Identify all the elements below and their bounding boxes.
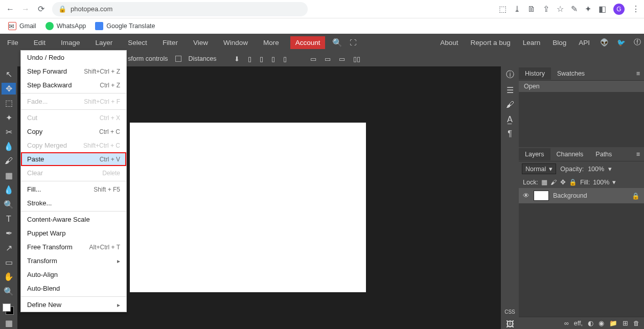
lock-move-icon[interactable]: ✥ xyxy=(560,178,566,186)
align-top-icon[interactable]: ▯ xyxy=(283,55,287,63)
menu-item-define-new[interactable]: Define New▸ xyxy=(21,298,126,312)
link-blog[interactable]: Blog xyxy=(550,37,568,49)
menu-item-content-aware-scale[interactable]: Content-Aware Scale xyxy=(21,213,126,226)
layer-row[interactable]: 👁 Background 🔒 xyxy=(519,188,644,203)
menu-account[interactable]: Account xyxy=(290,36,326,49)
menu-item-step-backward[interactable]: Step BackwardCtrl + Z xyxy=(21,78,126,92)
tool-pen[interactable]: ✒ xyxy=(2,228,16,239)
tool-brush[interactable]: 🖌 xyxy=(2,155,16,167)
bookmark-whatsapp[interactable]: WhatsApp xyxy=(45,22,86,30)
menu-file[interactable]: File xyxy=(3,37,22,49)
menu-more[interactable]: More xyxy=(259,37,283,49)
mask-icon[interactable]: ◐ xyxy=(588,319,593,327)
menu-item-auto-align[interactable]: Auto-Align xyxy=(21,268,126,281)
fullscreen-icon[interactable]: ⛶ xyxy=(350,39,357,46)
extensions-icon[interactable]: ✦ xyxy=(585,4,591,14)
effects-label[interactable]: eff, xyxy=(574,320,583,327)
layer-thumbnail[interactable] xyxy=(534,191,549,201)
tool-quickmask[interactable]: ▦ xyxy=(2,318,16,329)
menu-item-fill-[interactable]: Fill...Shift + F5 xyxy=(21,182,126,196)
history-menu-icon[interactable]: ≡ xyxy=(632,70,644,77)
character-icon[interactable]: A̲ xyxy=(507,114,513,124)
layers-menu-icon[interactable]: ≡ xyxy=(632,151,644,158)
link-bug[interactable]: Report a bug xyxy=(469,37,513,49)
tool-move[interactable]: ✥ xyxy=(2,83,16,94)
tool-marquee[interactable]: ⬚ xyxy=(2,98,16,109)
menu-item-free-transform[interactable]: Free TransformAlt+Ctrl + T xyxy=(21,240,126,254)
align-right-icon[interactable]: ▯ xyxy=(271,55,275,63)
menu-view[interactable]: View xyxy=(189,37,212,49)
install-icon[interactable]: ⬚ xyxy=(499,4,507,14)
distribute-2-icon[interactable]: ▭ xyxy=(325,55,331,63)
blend-mode-select[interactable]: Normal▾ xyxy=(522,163,556,174)
tool-type[interactable]: T xyxy=(2,213,16,224)
tab-channels[interactable]: Channels xyxy=(550,148,590,160)
tab-history[interactable]: History xyxy=(519,67,551,80)
reload-button[interactable]: ⟳ xyxy=(35,3,47,15)
reddit-icon[interactable]: 👽 xyxy=(600,38,609,46)
lock-brush-icon[interactable]: 🖌 xyxy=(550,179,557,186)
tool-sponge[interactable]: 🔍 xyxy=(2,199,16,210)
visibility-icon[interactable]: 👁 xyxy=(523,192,530,199)
adjustment-icon[interactable]: ◉ xyxy=(599,319,604,327)
kebab-menu-icon[interactable]: ⋮ xyxy=(632,4,640,14)
css-icon[interactable]: CSS xyxy=(504,309,515,315)
menu-item-paste[interactable]: PasteCtrl + V xyxy=(21,152,126,166)
back-button[interactable]: ← xyxy=(4,3,16,15)
menu-item-stroke-[interactable]: Stroke... xyxy=(21,196,126,210)
fill-value[interactable]: 100% xyxy=(593,179,609,186)
menu-edit[interactable]: Edit xyxy=(30,37,50,49)
search-icon[interactable]: 🔍 xyxy=(332,38,342,48)
paragraph-icon[interactable]: ¶ xyxy=(508,129,512,138)
tab-swatches[interactable]: Swatches xyxy=(551,67,591,80)
link-icon[interactable]: ∞ xyxy=(564,320,569,327)
twitter-icon[interactable]: 🐦 xyxy=(617,38,626,46)
tool-crop[interactable]: ✂ xyxy=(2,126,16,137)
info-icon[interactable]: ⓘ xyxy=(506,69,514,80)
menu-filter[interactable]: Filter xyxy=(158,37,182,49)
fill-dropdown-icon[interactable]: ▾ xyxy=(612,178,616,186)
opacity-dropdown-icon[interactable]: ▾ xyxy=(608,165,612,173)
opacity-value[interactable]: 100% xyxy=(588,166,604,173)
tool-zoom[interactable]: 🔍 xyxy=(2,286,16,297)
tool-blur[interactable]: 💧 xyxy=(2,184,16,196)
tool-wand[interactable]: ✦ xyxy=(2,112,16,123)
distribute-1-icon[interactable]: ▭ xyxy=(310,55,316,63)
menu-image[interactable]: Image xyxy=(57,37,84,49)
menu-item-step-forward[interactable]: Step ForwardShift+Ctrl + Z xyxy=(21,64,126,78)
image-icon[interactable]: 🖼 xyxy=(506,320,514,329)
tab-paths[interactable]: Paths xyxy=(589,148,618,160)
tool-gradient[interactable]: ▦ xyxy=(2,170,16,181)
tool-hand[interactable]: ✋ xyxy=(2,271,16,283)
bookmark-gmail[interactable]: ✉Gmail xyxy=(8,22,36,30)
distribute-3-icon[interactable]: ▭ xyxy=(339,55,345,63)
bookmark-star-icon[interactable]: ☆ xyxy=(557,4,564,14)
download-icon[interactable]: ⤓ xyxy=(514,4,520,14)
lock-pixels-icon[interactable]: ▦ xyxy=(541,178,547,186)
lock-all-icon[interactable]: 🔒 xyxy=(569,178,577,186)
menu-window[interactable]: Window xyxy=(219,37,252,49)
adjust-icon[interactable]: ☰ xyxy=(507,85,514,95)
menu-item-copy[interactable]: CopyCtrl + C xyxy=(21,125,126,138)
brush-settings-icon[interactable]: 🖌 xyxy=(506,100,514,109)
wand-icon[interactable]: ✎ xyxy=(571,4,578,14)
menu-select[interactable]: Select xyxy=(124,37,151,49)
forward-button[interactable]: → xyxy=(19,3,32,15)
trash-icon[interactable]: 🗑 xyxy=(633,320,640,327)
tool-rectangle[interactable]: ▭ xyxy=(2,256,16,268)
profile-avatar[interactable]: G xyxy=(613,4,625,15)
facebook-icon[interactable]: ⓕ xyxy=(634,38,641,47)
distances-checkbox[interactable] xyxy=(175,56,181,62)
align-left-icon[interactable]: ▯ xyxy=(248,55,251,63)
panel-icon[interactable]: ◧ xyxy=(599,4,606,14)
link-about[interactable]: About xyxy=(438,37,460,49)
tool-move-arrow[interactable]: ↖ xyxy=(2,68,16,80)
menu-item-transform[interactable]: Transform▸ xyxy=(21,254,126,268)
tab-layers[interactable]: Layers xyxy=(519,148,550,160)
align-download-icon[interactable]: ⬇ xyxy=(234,55,240,63)
menu-item-undo-redo[interactable]: Undo / Redo xyxy=(21,51,126,64)
align-center-icon[interactable]: ▯ xyxy=(260,55,263,63)
menu-item-puppet-warp[interactable]: Puppet Warp xyxy=(21,226,126,240)
canvas[interactable] xyxy=(130,123,366,292)
tool-eyedropper[interactable]: 💧 xyxy=(2,141,16,152)
